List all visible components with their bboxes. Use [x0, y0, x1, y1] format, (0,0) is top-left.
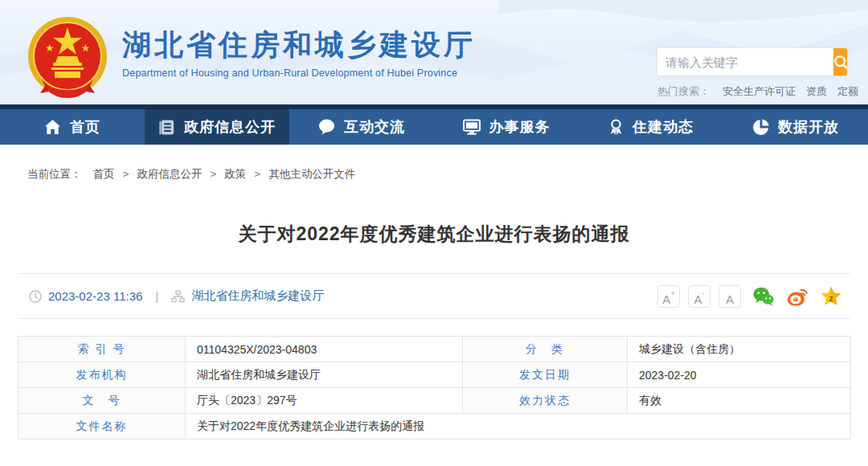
- search-icon: [833, 55, 847, 70]
- info-label-category: 分 类: [463, 337, 628, 362]
- table-row: 发布机构 湖北省住房和城乡建设厅 发文日期 2023-02-20: [18, 362, 851, 388]
- info-label-publisher: 发布机构: [18, 362, 186, 388]
- nav-item-label: 住建动态: [633, 117, 694, 137]
- article-meta-bar: 2023-02-23 11:36 | 湖北省住房和城乡建设厅 A+ A- A: [18, 273, 850, 319]
- info-label-index: 索 引 号: [18, 337, 186, 362]
- document-info-table: 索 引 号 01104325X/2023-04803 分 类 城乡建设（含住房）…: [18, 336, 851, 439]
- nav-item-label: 办事服务: [489, 117, 551, 137]
- breadcrumb-separator: >: [254, 168, 260, 180]
- info-value-category: 城乡建设（含住房）: [628, 337, 851, 362]
- nav-item-label: 政府信息公开: [184, 117, 276, 137]
- font-reset-button[interactable]: A: [719, 285, 741, 308]
- nav-item-label: 互动交流: [344, 117, 405, 137]
- site-title: 湖北省住房和城乡建设厅: [122, 29, 476, 61]
- font-decrease-button[interactable]: A-: [688, 285, 710, 308]
- breadcrumb-item-policy[interactable]: 政策: [224, 168, 246, 180]
- hot-search-row: 热门搜索：安全生产许可证资质定额: [657, 84, 847, 99]
- wechat-icon[interactable]: [752, 285, 775, 308]
- pie-chart-icon: [752, 119, 769, 136]
- chat-icon: [318, 119, 335, 135]
- breadcrumb: 当前位置：首页>政府信息公开>政策>其他主动公开文件: [27, 167, 868, 182]
- nav-item-interaction[interactable]: 互动交流: [289, 109, 434, 145]
- breadcrumb-item-home[interactable]: 首页: [93, 168, 115, 180]
- search-input[interactable]: [657, 48, 833, 76]
- clock-icon: [29, 290, 42, 303]
- info-label-doc-title: 文件名称: [18, 414, 186, 439]
- document-icon: [158, 119, 175, 136]
- info-label-validity: 效力状态: [463, 388, 628, 414]
- site-logo-link[interactable]: [0, 0, 113, 104]
- monitor-icon: [463, 119, 481, 135]
- svg-text:z: z: [829, 293, 833, 302]
- publish-date: 2023-02-23 11:36: [48, 289, 142, 303]
- table-row: 文 号 厅头〔2023〕297号 效力状态 有效: [18, 388, 851, 414]
- breadcrumb-separator: >: [123, 168, 129, 180]
- home-icon: [44, 119, 61, 135]
- search-area: 热门搜索：安全生产许可证资质定额: [657, 48, 847, 99]
- nav-item-label: 首页: [70, 117, 100, 137]
- info-label-doc-number: 文 号: [18, 388, 186, 414]
- nav-item-label: 数据开放: [778, 117, 839, 137]
- nav-item-gov-info[interactable]: 政府信息公开: [145, 109, 289, 145]
- article-tools: A+ A- A z: [657, 285, 842, 308]
- hot-search-link[interactable]: 定额: [837, 85, 858, 97]
- info-value-publisher: 湖北省住房和城乡建设厅: [186, 362, 463, 388]
- main-navigation: 首页 政府信息公开 互动交流 办事服务 住建: [0, 109, 868, 145]
- search-button[interactable]: [833, 48, 847, 76]
- info-label-pub-date: 发文日期: [463, 362, 628, 388]
- breadcrumb-separator: >: [210, 168, 216, 180]
- info-value-pub-date: 2023-02-20: [628, 362, 851, 388]
- site-brand: 湖北省住房和城乡建设厅 Department of Housing and Ur…: [122, 29, 476, 79]
- info-value-doc-title: 关于对2022年度优秀建筑企业进行表扬的通报: [186, 414, 851, 439]
- info-value-validity: 有效: [628, 388, 851, 414]
- font-increase-button[interactable]: A+: [657, 285, 680, 308]
- hot-search-link[interactable]: 资质: [806, 85, 827, 97]
- nav-item-services[interactable]: 办事服务: [434, 109, 579, 145]
- nav-item-home[interactable]: 首页: [0, 109, 145, 145]
- national-emblem-icon: [26, 16, 109, 101]
- page-title: 关于对2022年度优秀建筑企业进行表扬的通报: [0, 222, 868, 247]
- nav-item-news[interactable]: 住建动态: [579, 109, 723, 145]
- info-value-doc-number: 厅头〔2023〕297号: [186, 388, 463, 414]
- hot-search-link[interactable]: 安全生产许可证: [723, 85, 796, 97]
- org-icon: [171, 290, 185, 303]
- qzone-icon[interactable]: z: [820, 285, 842, 308]
- nav-item-open-data[interactable]: 数据开放: [723, 109, 868, 145]
- hot-search-label: 热门搜索：: [657, 85, 710, 97]
- site-header: 湖北省住房和城乡建设厅 Department of Housing and Ur…: [0, 0, 868, 104]
- article-meta: 2023-02-23 11:36 | 湖北省住房和城乡建设厅: [29, 288, 324, 304]
- site-subtitle: Department of Housing and Urban-Rural De…: [122, 67, 476, 79]
- table-row: 索 引 号 01104325X/2023-04803 分 类 城乡建设（含住房）: [18, 337, 851, 362]
- table-row: 文件名称 关于对2022年度优秀建筑企业进行表扬的通报: [18, 414, 851, 439]
- info-value-index: 01104325X/2023-04803: [186, 337, 463, 362]
- badge-icon: [608, 119, 624, 136]
- source-org: 湖北省住房和城乡建设厅: [191, 288, 324, 304]
- weibo-icon[interactable]: [786, 285, 809, 308]
- breadcrumb-label: 当前位置：: [27, 168, 82, 180]
- breadcrumb-item-other-docs[interactable]: 其他主动公开文件: [268, 168, 355, 180]
- breadcrumb-item-gov-info[interactable]: 政府信息公开: [137, 168, 202, 180]
- meta-divider: |: [155, 289, 158, 303]
